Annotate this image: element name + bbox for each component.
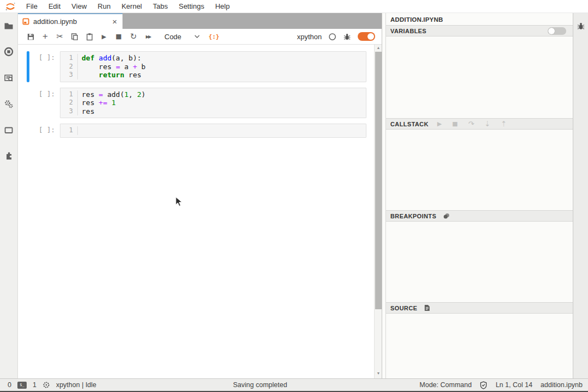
kernel-name-button[interactable]: xpython xyxy=(297,33,322,41)
source-section-header[interactable]: SOURCE xyxy=(386,302,573,314)
menu-help[interactable]: Help xyxy=(210,0,235,13)
trust-shield-icon[interactable] xyxy=(480,381,487,389)
cells: [ ]:1def add(a, b):2 res = a + b3 return… xyxy=(18,45,382,138)
line-number[interactable]: 1 xyxy=(60,126,78,135)
interrupt-kernel-button[interactable]: ■ xyxy=(113,30,125,42)
extension-manager-puzzle-icon[interactable] xyxy=(4,151,14,161)
line-number[interactable]: 3 xyxy=(60,71,78,79)
tab-addition-ipynb[interactable]: addition.ipynb × xyxy=(18,13,122,29)
code-line-text[interactable]: res = a + b xyxy=(78,63,145,71)
jupyterlab-window: File Edit View Run Kernel Tabs Settings … xyxy=(0,0,588,392)
extensions-gears-icon[interactable] xyxy=(4,99,14,109)
menu-edit[interactable]: Edit xyxy=(43,0,66,13)
callstack-content xyxy=(386,130,573,210)
statusbar: 0 $_ 1 xpython | Idle Saving completed M… xyxy=(0,378,588,391)
notebook-cell[interactable]: [ ]:1 xyxy=(27,124,366,138)
menu-view[interactable]: View xyxy=(66,0,92,13)
notebook-cell[interactable]: [ ]:1res = add(1, 2)2res += 13res xyxy=(27,88,366,119)
line-number[interactable]: 1 xyxy=(60,54,78,63)
source-content xyxy=(386,314,573,378)
menu-tabs[interactable]: Tabs xyxy=(148,0,173,13)
menubar: File Edit View Run Kernel Tabs Settings … xyxy=(0,0,588,13)
cell-editor[interactable]: 1res = add(1, 2)2res += 13res xyxy=(60,88,366,119)
menu-settings[interactable]: Settings xyxy=(173,0,210,13)
cursor-position[interactable]: Ln 1, Col 14 xyxy=(495,381,532,389)
cell-prompt: [ ]: xyxy=(29,124,60,138)
bug-icon[interactable] xyxy=(343,33,351,41)
right-sidebar-strip xyxy=(573,13,588,378)
step-over-icon[interactable]: ↷ xyxy=(468,120,474,128)
code-line-text[interactable]: return res xyxy=(78,71,142,79)
breakpoints-section-header[interactable]: BREAKPOINTS xyxy=(386,210,573,222)
terminals-count[interactable]: 0 xyxy=(8,381,11,389)
code-line-text[interactable]: res = add(1, 2) xyxy=(78,90,145,99)
cell-type-value: Code xyxy=(164,33,181,41)
notebook-toolbar: + ✂ ▶ ■ ↻ ▶▶ Code {:} xyxy=(18,29,382,45)
variables-section-header[interactable]: VARIABLES xyxy=(386,25,573,36)
status-message: Saving completed xyxy=(233,379,287,391)
json-braces-icon[interactable]: {:} xyxy=(209,33,219,40)
notebook-mode[interactable]: Mode: Command xyxy=(420,381,472,389)
step-in-icon[interactable]: ⇣ xyxy=(485,120,491,128)
debugger-panel-title: ADDITION.IPYNB xyxy=(386,13,573,25)
code-line-text[interactable] xyxy=(78,126,86,135)
scrollbar-down-icon[interactable]: ▼ xyxy=(375,371,382,375)
restart-run-all-button[interactable]: ▶▶ xyxy=(142,30,154,42)
debugger-toggle-knob xyxy=(367,33,374,40)
cell-editor[interactable]: 1 xyxy=(60,124,366,138)
terminal-icon: $_ xyxy=(17,382,27,389)
cell-editor[interactable]: 1def add(a, b):2 res = a + b3 return res xyxy=(60,51,366,82)
code-line-text[interactable]: res += 1 xyxy=(78,99,116,107)
kernel-status-text[interactable]: xpython | Idle xyxy=(56,381,96,389)
panel-splitter[interactable] xyxy=(382,13,385,378)
open-tabs-icon[interactable] xyxy=(4,125,14,135)
terminate-icon[interactable]: ■ xyxy=(452,120,457,127)
kernels-count[interactable]: 1 xyxy=(33,381,36,389)
line-number[interactable]: 3 xyxy=(60,107,78,116)
scrollbar-up-icon[interactable]: ▲ xyxy=(375,46,382,50)
menu-file[interactable]: File xyxy=(21,0,43,13)
kernel-sessions-icon xyxy=(42,381,50,389)
code-line-text[interactable]: def add(a, b): xyxy=(78,54,142,63)
step-out-icon[interactable]: ⇡ xyxy=(501,120,507,128)
cell-type-dropdown[interactable]: Code xyxy=(161,32,203,42)
add-cell-button[interactable]: + xyxy=(39,30,51,42)
running-sessions-icon[interactable] xyxy=(4,47,14,57)
notebook-cell[interactable]: [ ]:1def add(a, b):2 res = a + b3 return… xyxy=(27,51,366,82)
restart-kernel-button[interactable]: ↻ xyxy=(127,30,139,42)
continue-icon[interactable]: ▶ xyxy=(437,120,442,127)
variables-toggle-knob xyxy=(548,28,555,34)
cell-prompt: [ ]: xyxy=(29,51,60,82)
callstack-section-header[interactable]: CALLSTACK ▶ ■ ↷ ⇣ ⇡ xyxy=(386,118,573,130)
file-browser-icon[interactable] xyxy=(4,21,14,30)
line-number[interactable]: 1 xyxy=(60,90,78,99)
scrollbar-thumb[interactable] xyxy=(375,52,382,309)
cell-prompt: [ ]: xyxy=(29,88,60,119)
tab-close-icon[interactable]: × xyxy=(111,17,118,26)
line-number[interactable]: 2 xyxy=(60,63,78,71)
debugger-tab-bug-icon[interactable] xyxy=(577,22,585,30)
breakpoints-content xyxy=(386,222,573,302)
line-number[interactable]: 2 xyxy=(60,99,78,107)
jupyter-logo-icon xyxy=(4,1,16,12)
code-line-text[interactable]: res xyxy=(78,107,94,116)
chevron-down-icon xyxy=(194,35,200,38)
copy-cells-button[interactable] xyxy=(69,30,81,42)
notebook-area[interactable]: [ ]:1def add(a, b):2 res = a + b3 return… xyxy=(18,45,382,378)
callstack-label: CALLSTACK xyxy=(390,121,428,127)
notebook-scrollbar[interactable]: ▲ ▼ xyxy=(374,45,382,378)
menu-run[interactable]: Run xyxy=(92,0,116,13)
property-inspector-icon[interactable] xyxy=(4,73,14,83)
left-sidebar xyxy=(0,13,18,378)
paste-cells-button[interactable] xyxy=(83,30,95,42)
menu-kernel[interactable]: Kernel xyxy=(116,0,148,13)
cut-cells-button[interactable]: ✂ xyxy=(54,30,66,42)
debugger-toggle[interactable] xyxy=(358,32,375,41)
kernel-status-icon[interactable] xyxy=(328,33,336,41)
save-button[interactable] xyxy=(24,30,36,42)
debugger-panel: ADDITION.IPYNB VARIABLES CALLSTACK ▶ ■ ↷… xyxy=(385,13,573,378)
notebook-file-icon xyxy=(22,18,29,25)
run-cell-button[interactable]: ▶ xyxy=(98,30,110,42)
variables-label: VARIABLES xyxy=(390,28,426,34)
variables-view-toggle[interactable] xyxy=(548,27,566,35)
